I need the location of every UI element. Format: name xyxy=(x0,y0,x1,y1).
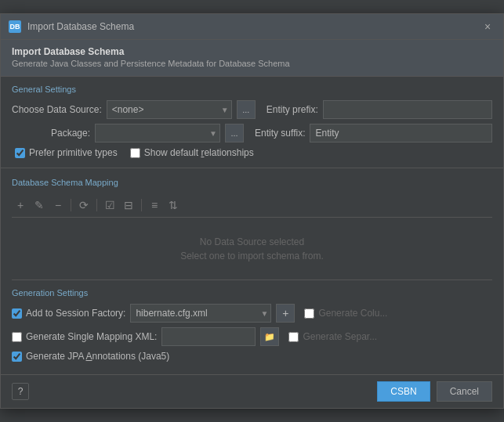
collapse-button[interactable]: ⊟ xyxy=(120,197,137,214)
jpa-annotations-row: Generate JPA Annotations (Java5) xyxy=(12,351,492,362)
session-combo-wrapper: hibernate.cfg.xml ▼ xyxy=(130,304,271,323)
data-source-select[interactable]: <none> xyxy=(107,100,232,119)
general-settings-section: General Settings Choose Data Source: <no… xyxy=(1,77,503,166)
toolbar-separator-1 xyxy=(71,199,71,211)
show-default-checkbox-item[interactable]: Show default relationships xyxy=(130,147,254,158)
title-bar-left: DB Import Database Schema xyxy=(9,20,134,33)
generate-separ-checkbox-item[interactable]: Generate Separ... xyxy=(288,331,377,342)
generation-settings-section: Generation Settings Add to Session Facto… xyxy=(1,280,503,374)
add-button[interactable]: + xyxy=(12,197,29,214)
footer-buttons: CSBN Cancel xyxy=(377,381,492,402)
single-mapping-row: Generate Single Mapping XML: 📁 Generate … xyxy=(12,327,492,346)
generate-colu-checkbox[interactable] xyxy=(304,308,314,319)
footer: ? CSBN Cancel xyxy=(1,374,503,408)
data-source-row: Choose Data Source: <none> ▼ ... Entity … xyxy=(12,100,492,119)
help-button[interactable]: ? xyxy=(12,383,29,400)
toolbar-separator-3 xyxy=(141,199,142,211)
generate-separ-label: Generate Separ... xyxy=(303,331,377,342)
data-source-combo-wrapper: <none> ▼ xyxy=(107,100,232,119)
generate-colu-label: Generate Colu... xyxy=(318,308,387,319)
data-source-label: Choose Data Source: xyxy=(12,104,102,115)
empty-line-1: No Data Source selected xyxy=(200,236,304,247)
package-label: Package: xyxy=(12,128,90,139)
session-add-button[interactable]: + xyxy=(276,304,295,323)
toolbar-separator-2 xyxy=(96,199,97,211)
show-default-label: Show default relationships xyxy=(144,147,254,158)
single-mapping-label: Generate Single Mapping XML: xyxy=(26,331,157,342)
single-mapping-browse-button[interactable]: 📁 xyxy=(260,327,279,346)
cancel-button[interactable]: Cancel xyxy=(437,381,492,402)
single-mapping-checkbox[interactable] xyxy=(12,332,22,342)
refresh-button[interactable]: ⟳ xyxy=(75,197,92,214)
db-schema-toolbar: + ✎ − ⟳ ☑ ⊟ ≡ ⇅ xyxy=(12,193,492,218)
checkbox-row: Prefer primitive types Show default rela… xyxy=(12,147,492,158)
session-factory-row: Add to Session Factory: hibernate.cfg.xm… xyxy=(12,304,492,323)
edit-button[interactable]: ✎ xyxy=(31,197,48,214)
prefer-primitive-checkbox[interactable] xyxy=(15,148,25,158)
remove-button[interactable]: − xyxy=(49,197,67,214)
jpa-label: Generate JPA Annotations (Java5) xyxy=(26,351,169,362)
entity-prefix-label: Entity prefix: xyxy=(267,104,318,115)
package-browse-button[interactable]: ... xyxy=(225,124,244,142)
generate-colu-checkbox-item[interactable]: Generate Colu... xyxy=(304,308,387,319)
jpa-checkbox-item[interactable]: Generate JPA Annotations (Java5) xyxy=(12,351,169,362)
header-title: Import Database Schema xyxy=(12,46,492,57)
package-combo-wrapper: ▼ xyxy=(95,124,220,142)
header-subtitle: Generate Java Classes and Persistence Me… xyxy=(12,59,492,68)
check-all-button[interactable]: ☑ xyxy=(101,197,118,214)
generation-settings-label: Generation Settings xyxy=(12,288,492,298)
single-mapping-input[interactable] xyxy=(161,327,256,346)
entity-suffix-input[interactable] xyxy=(310,124,492,142)
single-mapping-checkbox-item[interactable]: Generate Single Mapping XML: xyxy=(12,331,157,342)
session-factory-checkbox-item[interactable]: Add to Session Factory: xyxy=(12,308,125,319)
sort-button[interactable]: ⇅ xyxy=(165,197,182,214)
prefer-primitive-label: Prefer primitive types xyxy=(29,147,118,158)
list-button[interactable]: ≡ xyxy=(146,197,163,214)
dialog-title: Import Database Schema xyxy=(27,21,134,32)
empty-line-2: Select one to import schema from. xyxy=(180,251,324,261)
package-row: Package: ▼ ... Entity suffix: xyxy=(12,124,492,142)
entity-suffix-label: Entity suffix: xyxy=(255,128,305,139)
close-button[interactable]: × xyxy=(480,19,495,34)
data-source-browse-button[interactable]: ... xyxy=(237,100,256,119)
general-settings-label: General Settings xyxy=(12,85,492,94)
dialog-content: Import Database Schema Generate Java Cla… xyxy=(1,40,503,408)
ok-button[interactable]: CSBN xyxy=(377,381,430,402)
divider-1 xyxy=(1,168,503,168)
session-factory-label: Add to Session Factory: xyxy=(26,308,125,319)
show-default-checkbox[interactable] xyxy=(130,148,140,158)
app-icon: DB xyxy=(9,20,21,33)
title-bar: DB Import Database Schema × xyxy=(1,14,503,40)
jpa-checkbox[interactable] xyxy=(12,352,22,362)
db-schema-empty-area: No Data Source selected Select one to im… xyxy=(12,218,492,280)
entity-prefix-input[interactable] xyxy=(323,100,492,119)
session-factory-checkbox[interactable] xyxy=(12,308,22,319)
header-section: Import Database Schema Generate Java Cla… xyxy=(1,40,503,77)
import-dialog: DB Import Database Schema × Import Datab… xyxy=(0,13,504,409)
db-schema-section: Database Schema Mapping + ✎ − ⟳ ☑ ⊟ ≡ ⇅ … xyxy=(1,170,503,280)
package-select[interactable] xyxy=(95,124,220,142)
generate-separ-checkbox[interactable] xyxy=(288,332,299,342)
db-schema-label: Database Schema Mapping xyxy=(12,178,492,187)
session-factory-select[interactable]: hibernate.cfg.xml xyxy=(130,304,271,323)
prefer-primitive-checkbox-item[interactable]: Prefer primitive types xyxy=(15,147,118,158)
